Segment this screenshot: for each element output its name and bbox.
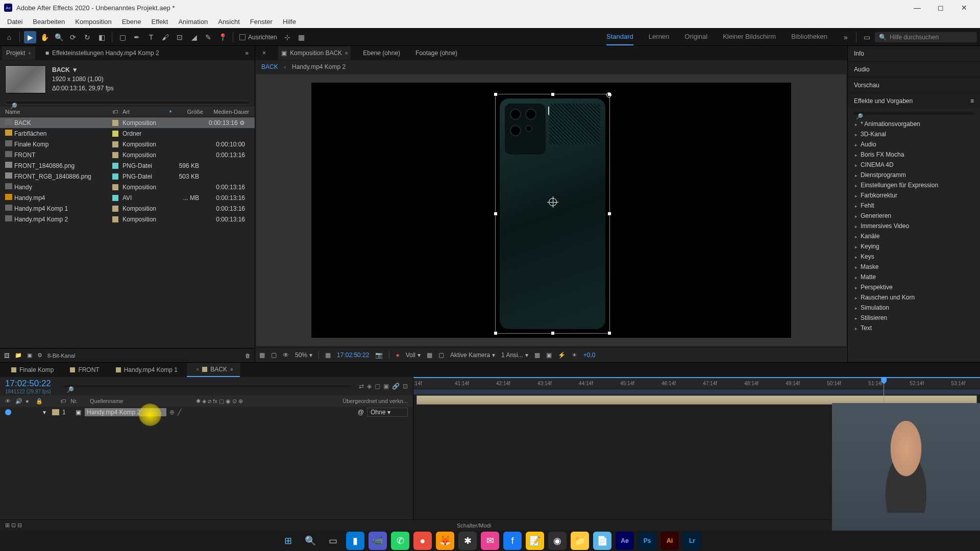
solo-icon[interactable]: ● [26, 398, 32, 404]
taskbar-ae[interactable]: Ae [616, 532, 634, 550]
switch-icon[interactable]: ╱ [178, 409, 181, 416]
effect-category[interactable]: Einstellungen für Expression [848, 180, 980, 190]
project-item[interactable]: Handy.mp4 AVI ... MB 0:00:13:16 [0, 192, 255, 203]
effect-category[interactable]: 3D-Kanal [848, 129, 980, 139]
effect-category[interactable]: Keying [848, 241, 980, 252]
timeline-tab[interactable]: Finale Komp [4, 363, 61, 377]
tl-icon-1[interactable]: ⇄ [359, 383, 364, 390]
draft-icon[interactable]: ▣ [546, 352, 552, 359]
project-item[interactable]: Finale Komp Komposition 0:00:10:00 [0, 139, 255, 149]
project-search[interactable]: 🔎 [5, 101, 250, 105]
panel-preview[interactable]: Vorschau [848, 78, 980, 93]
effect-category[interactable]: Perspektive [848, 282, 980, 292]
workspace-kleiner bildschirm[interactable]: Kleiner Bildschirm [723, 29, 776, 45]
effects-search[interactable]: 🔎 [853, 112, 975, 115]
tab-close-icon[interactable]: × [259, 46, 269, 60]
transparency-icon[interactable]: ▦ [427, 352, 432, 359]
timeline-tab[interactable]: × BACK ≡ [187, 363, 240, 377]
effect-category[interactable]: Generieren [848, 211, 980, 221]
effect-category[interactable]: Maske [848, 262, 980, 272]
tl-icon-3[interactable]: ▢ [375, 383, 380, 390]
timecode-display[interactable]: 17:02:50:22 [337, 352, 369, 359]
new-comp-icon[interactable]: ▣ [27, 352, 32, 359]
menu-animation[interactable]: Animation [173, 16, 213, 27]
effect-category[interactable]: Matte [848, 272, 980, 282]
menu-fenster[interactable]: Fenster [245, 16, 278, 27]
taskbar-messenger[interactable]: ✉ [481, 532, 499, 550]
hand-tool[interactable]: ✋ [38, 31, 51, 43]
taskbar-notepad[interactable]: 📄 [593, 532, 611, 550]
timeline-tab[interactable]: FRONT [63, 363, 106, 377]
snapshot-icon[interactable]: 📷 [375, 352, 383, 359]
menu-komposition[interactable]: Komposition [70, 16, 117, 27]
workspace-bibliotheken[interactable]: Bibliotheken [791, 29, 827, 45]
workspace-original[interactable]: Original [684, 29, 707, 45]
taskbar-obs[interactable]: ◉ [548, 532, 567, 550]
effects-tree[interactable]: * Animationsvorgaben3D-KanalAudioBoris F… [848, 118, 980, 334]
panel-audio[interactable]: Audio [848, 62, 980, 77]
speaker-icon[interactable]: 🔊 [15, 398, 21, 405]
switch-icon[interactable]: ⊕ [169, 409, 175, 416]
new-folder-icon[interactable]: 📁 [15, 352, 22, 359]
grid-toggle-icon[interactable]: ▢ [271, 352, 277, 359]
taskbar-teams[interactable]: 📹 [369, 532, 387, 550]
region-icon[interactable]: ▢ [438, 352, 444, 359]
label-icon[interactable]: 🏷 [112, 109, 122, 115]
menu-ebene[interactable]: Ebene [117, 16, 146, 27]
workspace-standard[interactable]: Standard [606, 29, 633, 45]
project-item[interactable]: FRONT Komposition 0:00:13:16 [0, 149, 255, 160]
tab-footage[interactable]: Footage (ohne) [412, 46, 460, 60]
effect-category[interactable]: Boris FX Mocha [848, 149, 980, 160]
effect-category[interactable]: Farbkorrektur [848, 190, 980, 201]
selected-layer-bounds[interactable] [495, 94, 610, 334]
minimize-button[interactable]: — [905, 0, 929, 15]
orbit-tool[interactable]: ⟳ [67, 31, 79, 43]
parent-dropdown[interactable]: Ohne ▾ [367, 408, 408, 417]
project-item[interactable]: Handy.mp4 Komp 2 Komposition 0:00:13:16 [0, 214, 255, 224]
selection-tool[interactable]: ▶ [24, 31, 36, 43]
panel-info[interactable]: Info [848, 46, 980, 61]
taskbar-search[interactable]: 🔍 [301, 532, 320, 550]
taskbar-lr[interactable]: Lr [683, 532, 701, 550]
tl-icon-4[interactable]: ▣ [383, 383, 389, 390]
workspace-icon[interactable]: ▭ [861, 31, 873, 43]
tl-icon-2[interactable]: ◈ [367, 383, 372, 390]
tl-icon-5[interactable]: 🔗 [392, 383, 400, 390]
eye-icon[interactable]: 👁 [5, 398, 11, 404]
exposure-icon[interactable]: ☀ [572, 352, 577, 359]
effect-category[interactable]: CINEMA 4D [848, 160, 980, 170]
3d-icon[interactable]: ▦ [534, 352, 540, 359]
project-item[interactable]: FRONT_1840886.png PNG-Datei 596 KB [0, 160, 255, 171]
project-item[interactable]: BACK Komposition 0:00:13:16 ⚙ [0, 117, 255, 128]
taskbar-ai[interactable]: Ai [660, 532, 679, 550]
roto-tool[interactable]: ✎ [202, 31, 214, 43]
effect-category[interactable]: Audio [848, 139, 980, 149]
help-search[interactable]: 🔍 Hilfe durchsuchen [875, 32, 977, 42]
toggle-switches-icon[interactable]: ⊞ ⊡ ⊟ [5, 522, 22, 529]
exposure-value[interactable]: +0,0 [583, 352, 596, 359]
home-tool[interactable]: ⌂ [3, 31, 15, 43]
taskbar-facebook[interactable]: f [503, 532, 522, 550]
tab-overflow[interactable]: » [241, 46, 253, 60]
align-checkbox[interactable]: Ausrichten [239, 34, 277, 41]
timeline-tab[interactable]: Handy.mp4 Komp 1 [109, 363, 185, 377]
anchor-point-icon[interactable] [549, 198, 557, 206]
menu-hilfe[interactable]: Hilfe [278, 16, 301, 27]
puppet-tool[interactable]: 📍 [216, 31, 229, 43]
project-item[interactable]: Handy Komposition 0:00:13:16 [0, 182, 255, 192]
tl-icon-6[interactable]: ⊡ [403, 383, 408, 390]
pen-tool[interactable]: ✒ [131, 31, 143, 43]
visibility-toggle[interactable] [5, 409, 11, 415]
tab-effect-settings[interactable]: ■Effekteinstellungen Handy.mp4 Komp 2 [41, 46, 163, 60]
res-icon[interactable]: ▦ [325, 352, 331, 359]
current-timecode[interactable]: 17:02:50:22 [5, 379, 51, 389]
trash-icon[interactable]: 🗑 [245, 353, 251, 359]
timeline-layer-1[interactable]: ▾ 1 ▣ Handy.mp4 Komp 2 ⊕ ╱ @ Ohne ▾ [0, 407, 413, 418]
views-dropdown[interactable]: 1 Ansi... ▾ [501, 352, 528, 359]
tab-layer[interactable]: Ebene (ohne) [360, 46, 403, 60]
effect-category[interactable]: Immersives Video [848, 221, 980, 231]
effect-category[interactable]: Fehlt [848, 201, 980, 211]
effect-category[interactable]: Dienstprogramm [848, 170, 980, 180]
taskbar-firefox[interactable]: 🦊 [436, 532, 454, 550]
camera-dropdown[interactable]: Aktive Kamera ▾ [450, 352, 495, 359]
